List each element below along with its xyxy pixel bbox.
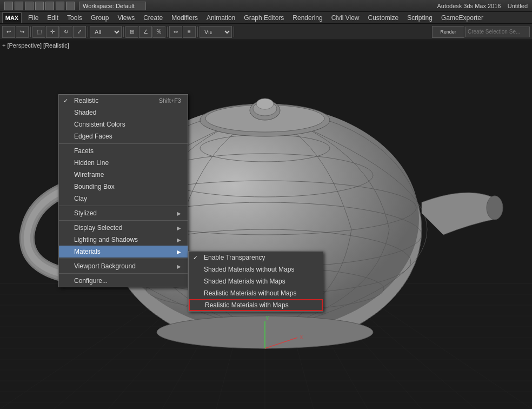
context-menu: Realistic Shift+F3 Shaded Consistent Col… bbox=[58, 94, 188, 287]
submenu-realistic-no-maps[interactable]: Realistic Materials without Maps bbox=[189, 287, 323, 299]
ctx-clay[interactable]: Clay bbox=[59, 193, 188, 205]
ctx-viewport-bg-arrow: ▶ bbox=[177, 263, 181, 269]
submenu-materials: Enable Transparency Shaded Materials wit… bbox=[188, 251, 323, 312]
ctx-consistent-colors[interactable]: Consistent Colors bbox=[59, 118, 188, 130]
viewport: x y + [Perspective] [Realistic] Realisti… bbox=[0, 40, 532, 409]
menu-customize[interactable]: Customize bbox=[364, 13, 403, 23]
ctx-configure[interactable]: Configure... bbox=[59, 275, 188, 287]
menu-gameexporter[interactable]: GameExporter bbox=[437, 13, 488, 23]
sep2 bbox=[88, 27, 88, 37]
title-bar-right: Autodesk 3ds Max 2016 Untitled bbox=[437, 3, 528, 9]
select-btn[interactable]: ⬚ bbox=[32, 26, 45, 38]
pct-snap-btn[interactable]: % bbox=[152, 26, 165, 38]
sep4 bbox=[167, 27, 168, 37]
view-dropdown[interactable]: View bbox=[200, 26, 232, 38]
svg-text:x: x bbox=[300, 334, 303, 340]
angle-snap-btn[interactable]: ∠ bbox=[139, 26, 152, 38]
title-bar-left: Workspace: Default bbox=[4, 2, 146, 10]
search-input[interactable] bbox=[465, 27, 530, 37]
ctx-edged-faces[interactable]: Edged Faces bbox=[59, 130, 188, 142]
svg-text:y: y bbox=[266, 314, 269, 320]
viewport-label: + [Perspective] [Realistic] bbox=[2, 42, 69, 49]
mirror-btn[interactable]: ⇔ bbox=[169, 26, 182, 38]
menu-views[interactable]: Views bbox=[113, 13, 139, 23]
menu-create[interactable]: Create bbox=[139, 13, 167, 23]
menu-scripting[interactable]: Scripting bbox=[403, 13, 437, 23]
menu-animation[interactable]: Animation bbox=[202, 13, 240, 23]
sep3 bbox=[123, 27, 124, 37]
menu-rendering[interactable]: Rendering bbox=[288, 13, 327, 23]
menu-bar: MAX File Edit Tools Group Views Create M… bbox=[0, 12, 532, 24]
ctx-shaded[interactable]: Shaded bbox=[59, 107, 188, 118]
title-bar: Workspace: Default Autodesk 3ds Max 2016… bbox=[0, 0, 532, 12]
menu-modifiers[interactable]: Modifiers bbox=[167, 13, 202, 23]
submenu-shaded-with-maps[interactable]: Shaded Materials with Maps bbox=[189, 275, 323, 287]
menu-edit[interactable]: Edit bbox=[43, 13, 63, 23]
scale-btn[interactable]: ⤢ bbox=[73, 26, 86, 38]
menu-group[interactable]: Group bbox=[87, 13, 113, 23]
menu-tools[interactable]: Tools bbox=[63, 13, 87, 23]
ctx-sep4 bbox=[59, 259, 188, 259]
redo-btn[interactable]: ↪ bbox=[16, 26, 29, 38]
sep6 bbox=[234, 27, 234, 37]
move-btn[interactable]: ✛ bbox=[46, 26, 59, 38]
ctx-materials[interactable]: Materials ▶ bbox=[59, 246, 188, 258]
sep5 bbox=[197, 27, 198, 37]
menu-file[interactable]: File bbox=[24, 13, 43, 23]
ctx-lighting-shadows-arrow: ▶ bbox=[177, 237, 181, 243]
ctx-sep2 bbox=[59, 206, 188, 206]
ctx-sep5 bbox=[59, 273, 188, 274]
ctx-bounding-box[interactable]: Bounding Box bbox=[59, 181, 188, 193]
ctx-lighting-shadows[interactable]: Lighting and Shadows ▶ bbox=[59, 234, 188, 246]
ctx-sep1 bbox=[59, 143, 188, 144]
ctx-facets[interactable]: Facets bbox=[59, 145, 188, 157]
filter-dropdown[interactable]: All bbox=[90, 26, 122, 38]
workspace-selector[interactable]: Workspace: Default bbox=[79, 2, 146, 10]
ctx-viewport-bg[interactable]: Viewport Background ▶ bbox=[59, 260, 188, 272]
filename: Untitled bbox=[508, 3, 528, 9]
svg-point-38 bbox=[256, 98, 274, 109]
submenu-enable-transparency[interactable]: Enable Transparency bbox=[189, 252, 323, 263]
ctx-materials-arrow: ▶ bbox=[177, 249, 181, 255]
sep1 bbox=[30, 27, 31, 37]
render-setup-btn[interactable]: Render bbox=[432, 26, 464, 38]
ctx-realistic[interactable]: Realistic Shift+F3 bbox=[59, 95, 188, 107]
svg-point-33 bbox=[487, 196, 503, 220]
ctx-display-selected-arrow: ▶ bbox=[177, 225, 181, 231]
ctx-display-selected[interactable]: Display Selected ▶ bbox=[59, 222, 188, 234]
ctx-wireframe[interactable]: Wireframe bbox=[59, 169, 188, 181]
ctx-sep3 bbox=[59, 220, 188, 221]
ctx-stylized-arrow: ▶ bbox=[177, 210, 181, 216]
menu-graph-editors[interactable]: Graph Editors bbox=[240, 13, 288, 23]
menu-civil-view[interactable]: Civil View bbox=[327, 13, 364, 23]
toolbar: ↩ ↪ ⬚ ✛ ↻ ⤢ All ⊞ ∠ % ⇔ ≡ View Render bbox=[0, 24, 532, 40]
submenu-realistic-with-maps[interactable]: Realistic Materials with Maps bbox=[189, 299, 323, 311]
align-btn[interactable]: ≡ bbox=[183, 26, 196, 38]
toolbar-icons-placeholder bbox=[4, 2, 75, 10]
max-logo-btn[interactable]: MAX bbox=[2, 12, 22, 23]
undo-btn[interactable]: ↩ bbox=[2, 26, 15, 38]
submenu-shaded-no-maps[interactable]: Shaded Materials without Maps bbox=[189, 263, 323, 275]
snap-btn[interactable]: ⊞ bbox=[125, 26, 138, 38]
ctx-hidden-line[interactable]: Hidden Line bbox=[59, 157, 188, 169]
app-title: Autodesk 3ds Max 2016 bbox=[437, 3, 501, 9]
ctx-stylized[interactable]: Stylized ▶ bbox=[59, 207, 188, 219]
rotate-btn[interactable]: ↻ bbox=[59, 26, 72, 38]
